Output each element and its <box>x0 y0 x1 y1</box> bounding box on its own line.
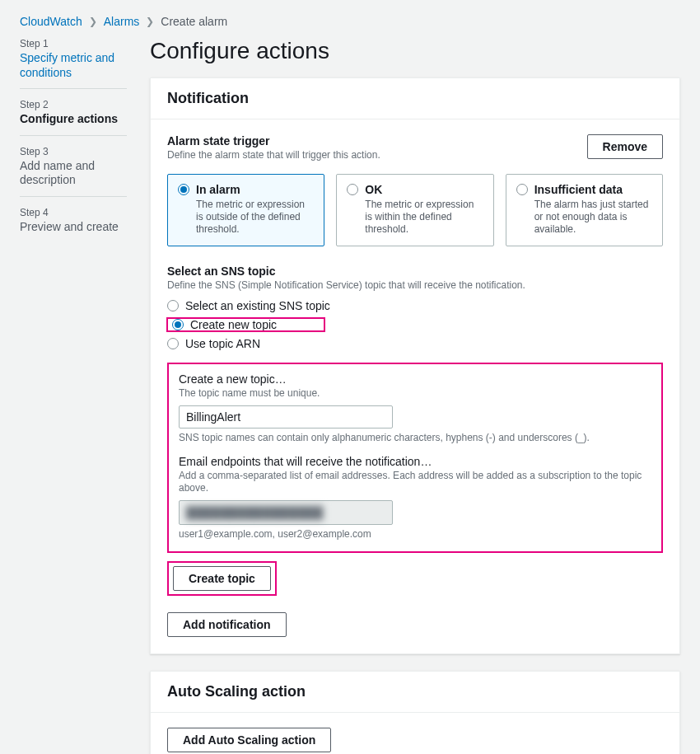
radio-icon <box>172 319 184 330</box>
trigger-in-alarm[interactable]: In alarm The metric or expression is out… <box>167 174 324 246</box>
breadcrumb-current: Create alarm <box>161 15 227 28</box>
remove-button[interactable]: Remove <box>587 134 663 159</box>
create-topic-section: Create a new topic… The topic name must … <box>167 363 663 553</box>
wizard-step-3: Step 3 Add name and description <box>20 146 127 197</box>
topic-name-hint: SNS topic names can contain only alphanu… <box>179 432 651 443</box>
wizard-nav: Step 1 Specify metric and conditions Ste… <box>20 38 127 754</box>
radio-icon <box>347 184 358 195</box>
chevron-right-icon: ❯ <box>146 16 154 27</box>
auto-scaling-heading: Auto Scaling action <box>167 683 663 700</box>
auto-scaling-card: Auto Scaling action Add Auto Scaling act… <box>150 671 680 754</box>
trigger-insufficient[interactable]: Insufficient data The alarm has just sta… <box>506 174 663 246</box>
sns-title: Select an SNS topic <box>167 265 663 278</box>
notification-heading: Notification <box>167 90 663 107</box>
email-endpoints-example: user1@example.com, user2@example.com <box>179 528 651 540</box>
wizard-step-1[interactable]: Step 1 Specify metric and conditions <box>20 38 127 89</box>
email-endpoints-input[interactable]: ████████████████ <box>179 500 393 525</box>
wizard-step-2: Step 2 Configure actions <box>20 99 127 136</box>
notification-card: Notification Alarm state trigger Define … <box>150 77 680 654</box>
radio-icon <box>178 184 189 195</box>
radio-icon <box>516 184 528 195</box>
create-topic-button[interactable]: Create topic <box>173 566 271 591</box>
wizard-step-4: Step 4 Preview and create <box>20 207 127 243</box>
alarm-state-trigger-help: Define the alarm state that will trigger… <box>167 149 380 162</box>
email-endpoints-help: Add a comma-separated list of email addr… <box>179 470 651 495</box>
page-title: Configure actions <box>150 38 680 64</box>
add-auto-scaling-button[interactable]: Add Auto Scaling action <box>167 728 331 752</box>
sns-help: Define the SNS (Simple Notification Serv… <box>167 279 663 293</box>
email-endpoints-title: Email endpoints that will receive the no… <box>179 455 651 468</box>
trigger-ok[interactable]: OK The metric or expression is within th… <box>336 174 493 246</box>
radio-icon <box>167 338 179 349</box>
sns-option-create[interactable]: Create new topic <box>167 317 663 332</box>
create-topic-title: Create a new topic… <box>179 372 651 386</box>
add-notification-button[interactable]: Add notification <box>167 612 287 637</box>
topic-name-input[interactable] <box>179 405 393 429</box>
create-topic-help: The topic name must be unique. <box>179 387 651 400</box>
breadcrumb-alarms[interactable]: Alarms <box>104 15 140 28</box>
breadcrumb-cloudwatch[interactable]: CloudWatch <box>20 15 82 28</box>
alarm-state-trigger-title: Alarm state trigger <box>167 134 380 148</box>
breadcrumb: CloudWatch ❯ Alarms ❯ Create alarm <box>20 15 680 28</box>
chevron-right-icon: ❯ <box>89 16 97 27</box>
sns-option-existing[interactable]: Select an existing SNS topic <box>167 298 663 313</box>
sns-option-arn[interactable]: Use topic ARN <box>167 336 663 351</box>
radio-icon <box>167 300 179 311</box>
